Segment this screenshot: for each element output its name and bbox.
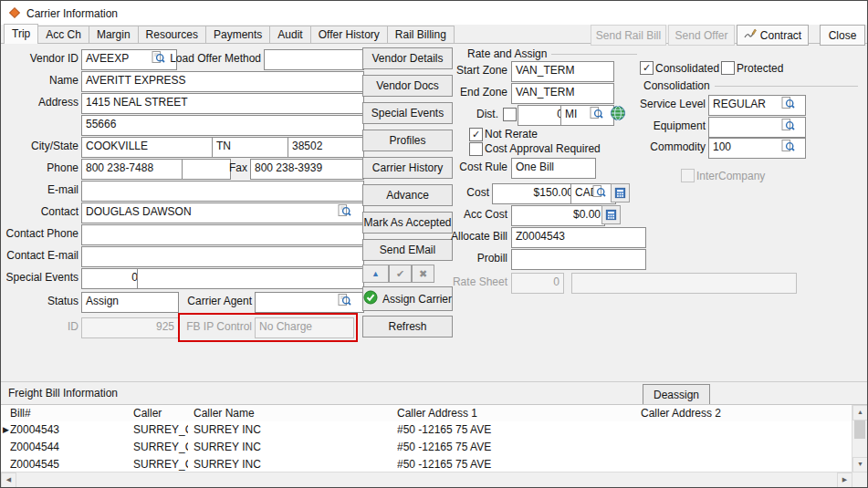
not-rerate-label: Not Rerate: [485, 128, 538, 140]
probill-field[interactable]: [511, 249, 646, 270]
contact-lookup-icon[interactable]: [338, 203, 352, 218]
name-label: Name: [1, 74, 78, 87]
calculator-icon: [614, 187, 626, 199]
cost-rule-label: Cost Rule: [416, 161, 507, 173]
allocate-bill-label: Allocate Bill: [416, 230, 507, 243]
refresh-button[interactable]: Refresh: [362, 316, 453, 337]
tab-audit[interactable]: Audit: [269, 26, 310, 44]
rate-sheet-number-field: 0: [511, 273, 564, 294]
service-level-lookup-icon[interactable]: [781, 96, 796, 110]
tab-resources[interactable]: Resources: [138, 26, 206, 44]
equipment-label: Equipment: [594, 119, 706, 132]
fb-ip-control-label: FB IP Control: [182, 320, 252, 333]
cell-bill: Z0004545: [10, 458, 127, 471]
phone-label: Phone: [1, 161, 78, 174]
contact-phone-field[interactable]: [81, 224, 364, 245]
up-arrow-icon: ▲: [371, 269, 380, 278]
contact-email-field[interactable]: [81, 246, 364, 267]
allocate-bill-field[interactable]: Z0004543: [511, 227, 646, 248]
cell-caller: SURREY_CU: [133, 441, 188, 453]
equipment-lookup-icon[interactable]: [781, 118, 796, 132]
intercompany-label: InterCompany: [696, 170, 765, 182]
close-label: Close: [829, 29, 857, 42]
deassign-button[interactable]: Deassign: [643, 384, 710, 405]
tab-offer-history[interactable]: Offer History: [310, 26, 388, 44]
load-offer-method-combo[interactable]: [264, 49, 364, 70]
address2-field[interactable]: 55666: [81, 115, 364, 136]
cost-field[interactable]: $150.00: [492, 183, 578, 204]
column-header-caller-address-1[interactable]: Caller Address 1: [397, 407, 477, 420]
not-rerate-checkbox[interactable]: ✓: [469, 128, 483, 141]
scroll-left-button[interactable]: ◀: [1, 472, 16, 488]
tab-payments[interactable]: Payments: [205, 26, 270, 44]
tab-acc-ch[interactable]: Acc Ch: [37, 26, 89, 44]
scroll-right-button[interactable]: ▶: [837, 472, 852, 488]
check-icon: ✔: [396, 268, 404, 280]
phone-field[interactable]: 800 238-7488: [81, 159, 188, 180]
rate-and-assign-title: Rate and Assign: [467, 47, 547, 60]
table-row[interactable]: ▶ Z0004543 SURREY_CU SURREY INC #50 -121…: [1, 421, 852, 440]
intercompany-checkbox: [681, 169, 695, 182]
scroll-left-icon: ◀: [6, 476, 11, 483]
acc-cost-calculator-button[interactable]: [601, 205, 621, 224]
scroll-down-button[interactable]: ▼: [852, 457, 868, 472]
tab-margin[interactable]: Margin: [89, 26, 139, 44]
assign-carrier-check-icon: [363, 290, 378, 307]
special-events-text-field[interactable]: [137, 268, 364, 289]
send-offer-label: Send Offer: [675, 29, 728, 42]
id-label: ID: [1, 320, 78, 333]
city-field[interactable]: COOKVILLE: [81, 137, 218, 158]
rate-and-assign-header: Rate and Assign: [467, 47, 637, 60]
cost-approval-checkbox[interactable]: [469, 142, 483, 156]
cost-calculator-button[interactable]: [611, 183, 630, 202]
title-bar: Carrier Information: [1, 1, 867, 25]
accept-button: ✔: [389, 265, 412, 283]
tab-trip[interactable]: Trip: [4, 24, 38, 44]
start-zone-field[interactable]: VAN_TERM: [511, 61, 614, 82]
column-header-caller-name[interactable]: Caller Name: [193, 407, 255, 420]
carrier-agent-lookup-icon[interactable]: [338, 293, 352, 307]
email-field[interactable]: [81, 181, 364, 202]
close-button[interactable]: Close: [820, 25, 865, 46]
status-field[interactable]: Assign: [81, 292, 179, 313]
profiles-button[interactable]: Profiles: [362, 130, 453, 151]
address1-field[interactable]: 1415 NEAL STREET: [81, 93, 364, 114]
tab-rail-billing[interactable]: Rail Billing: [387, 26, 455, 44]
special-events-count-field[interactable]: 0: [81, 268, 142, 289]
currency-lookup-icon[interactable]: [592, 184, 607, 199]
contract-button[interactable]: Contract: [737, 25, 809, 46]
column-header-caller[interactable]: Caller: [133, 407, 162, 420]
consolidation-header: Consolidation: [643, 79, 858, 92]
assign-carrier-label: Assign Carrier: [382, 293, 452, 306]
table-row[interactable]: Z0004544 SURREY_CU SURREY INC #50 -12165…: [1, 439, 852, 457]
zip-field[interactable]: 38502: [288, 137, 364, 158]
vertical-scrollbar[interactable]: ▲ ▼: [852, 405, 867, 472]
fax-field[interactable]: 800 238-3939: [250, 159, 364, 180]
cost-rule-combo[interactable]: One Bill: [511, 158, 596, 179]
start-zone-label: Start Zone: [416, 64, 507, 77]
column-header-bill[interactable]: Bill#: [10, 407, 31, 420]
consolidated-checkbox[interactable]: ✓: [640, 61, 654, 75]
dist-checkbox[interactable]: [503, 108, 517, 121]
acc-cost-field[interactable]: $0.00: [511, 205, 605, 226]
column-header-caller-address-2[interactable]: Caller Address 2: [641, 407, 721, 420]
city-state-label: City/State: [1, 140, 78, 152]
load-offer-method-label: Load Offer Method: [170, 52, 261, 65]
assign-carrier-button[interactable]: Assign Carrier: [362, 286, 453, 311]
name-field[interactable]: AVERITT EXPRESS: [81, 71, 364, 92]
protected-checkbox[interactable]: [721, 61, 735, 75]
move-up-button[interactable]: ▲: [362, 265, 389, 283]
cell-bill: Z0004544: [10, 441, 127, 453]
window-title: Carrier Information: [26, 7, 118, 20]
end-zone-label: End Zone: [416, 86, 507, 99]
scroll-down-icon: ▼: [857, 461, 863, 467]
scroll-up-button[interactable]: ▲: [852, 405, 868, 421]
commodity-lookup-icon[interactable]: [781, 139, 796, 153]
contact-field[interactable]: DOUGLAS DAWSON: [81, 202, 364, 223]
vendor-id-lookup-icon[interactable]: [152, 50, 166, 65]
horizontal-scrollbar[interactable]: ◀ ▶: [1, 472, 852, 487]
state-field[interactable]: TN: [212, 137, 294, 158]
address-label: Address: [1, 96, 78, 109]
app-icon: [8, 6, 21, 19]
scroll-thumb[interactable]: [854, 421, 865, 439]
